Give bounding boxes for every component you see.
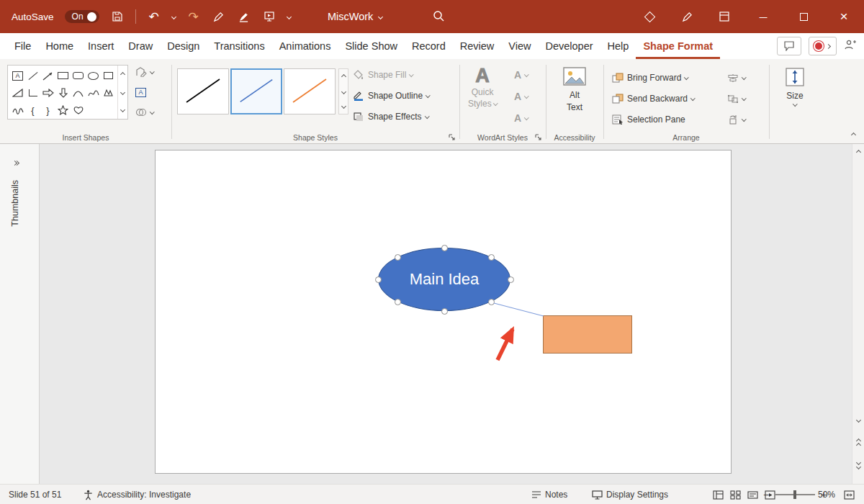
shape-style-preview-blue-selected[interactable] <box>230 68 282 114</box>
shape-left-brace-icon[interactable] <box>25 102 40 119</box>
send-backward-button[interactable]: Send Backward <box>612 90 695 107</box>
tab-help[interactable]: Help <box>600 33 636 59</box>
selection-pane-button[interactable]: Selection Pane <box>612 111 695 128</box>
rotate-button[interactable] <box>727 111 746 128</box>
selection-handle[interactable] <box>375 276 382 283</box>
zoom-out-button[interactable]: − <box>762 489 770 500</box>
shape-curve-icon[interactable] <box>86 84 101 102</box>
shape-text-box-icon[interactable] <box>10 67 25 84</box>
selection-handle[interactable] <box>441 245 448 251</box>
selection-handle[interactable] <box>441 308 448 315</box>
gallery-scroll-up-icon[interactable] <box>118 66 127 84</box>
styles-scroll-down-icon[interactable] <box>339 84 348 99</box>
previous-slide-icon[interactable] <box>852 436 864 449</box>
bring-forward-button[interactable]: Bring Forward <box>612 69 695 86</box>
record-button[interactable] <box>809 37 837 55</box>
quick-styles-button[interactable]: A Quick Styles <box>468 66 497 109</box>
reading-view-icon[interactable] <box>747 490 758 500</box>
selection-handle[interactable] <box>395 299 401 305</box>
scroll-down-icon[interactable] <box>852 413 864 426</box>
comments-button[interactable] <box>777 37 801 55</box>
shape-rounded-rectangle-icon[interactable] <box>71 67 86 84</box>
ink-pen-icon[interactable] <box>212 9 226 24</box>
tab-home[interactable]: Home <box>38 33 81 59</box>
shape-outline-button[interactable]: Shape Outline <box>353 87 430 104</box>
tab-transitions[interactable]: Transitions <box>207 33 271 59</box>
close-button[interactable]: × <box>824 0 864 33</box>
shape-line-icon[interactable] <box>25 67 40 84</box>
orange-rectangle[interactable] <box>543 315 632 354</box>
editing-pen-icon[interactable] <box>668 0 706 33</box>
shape-right-triangle-icon[interactable] <box>10 84 25 102</box>
shape-oval-icon[interactable] <box>86 67 101 84</box>
alt-text-button[interactable]: Alt Text <box>546 66 603 112</box>
shape-rectangle-icon[interactable] <box>55 67 71 84</box>
shape-arrow-down-icon[interactable] <box>55 84 71 102</box>
shape-scribble-icon[interactable] <box>10 102 25 119</box>
text-effects-button[interactable] <box>514 109 528 127</box>
redo-icon[interactable]: ↷ <box>186 9 201 24</box>
minimize-button[interactable]: ─ <box>743 0 783 33</box>
tab-animations[interactable]: Animations <box>272 33 338 59</box>
slide-indicator[interactable]: Slide 51 of 51 <box>9 485 61 504</box>
accessibility-status[interactable]: Accessibility: Investigate <box>83 485 191 504</box>
scroll-up-icon[interactable] <box>852 145 864 158</box>
shape-style-preview-orange[interactable] <box>284 68 336 114</box>
undo-icon[interactable]: ↶ <box>147 9 161 24</box>
vertical-scrollbar[interactable] <box>852 144 864 484</box>
highlighter-icon[interactable] <box>237 9 251 24</box>
document-title-group[interactable]: MiscWork <box>328 0 382 33</box>
styles-more-icon[interactable] <box>339 99 348 114</box>
tab-developer[interactable]: Developer <box>538 33 600 59</box>
designer-icon[interactable] <box>631 0 668 33</box>
tab-view[interactable]: View <box>501 33 538 59</box>
tab-shape-format[interactable]: Shape Format <box>636 33 720 59</box>
gallery-more-icon[interactable] <box>118 101 127 119</box>
collapse-ribbon-icon[interactable] <box>852 129 855 139</box>
tab-draw[interactable]: Draw <box>121 33 160 59</box>
shape-arc-icon[interactable] <box>71 84 86 102</box>
shape-right-brace-icon[interactable] <box>40 102 55 119</box>
customize-toolbar-icon[interactable] <box>287 14 292 19</box>
shape-style-preview-black[interactable] <box>177 68 229 114</box>
gallery-scroll-down-icon[interactable] <box>118 84 127 102</box>
share-icon[interactable] <box>844 39 857 53</box>
shape-heart-icon[interactable] <box>71 102 86 119</box>
merge-shapes-button[interactable] <box>135 104 154 121</box>
undo-dropdown-icon[interactable] <box>171 14 176 19</box>
text-fill-button[interactable] <box>514 66 528 84</box>
shape-frame-icon[interactable] <box>101 67 116 84</box>
selection-handle[interactable] <box>488 254 495 261</box>
text-outline-button[interactable] <box>514 88 528 105</box>
slide-sorter-view-icon[interactable] <box>730 490 741 500</box>
display-settings-button[interactable]: Display Settings <box>592 485 668 504</box>
tab-file[interactable]: File <box>7 33 38 59</box>
tab-slide-show[interactable]: Slide Show <box>338 33 405 59</box>
selection-handle[interactable] <box>508 276 514 283</box>
normal-view-icon[interactable] <box>713 490 724 500</box>
shape-freeform-icon[interactable] <box>101 84 116 102</box>
zoom-slider-thumb[interactable] <box>793 490 796 499</box>
shape-star-icon[interactable] <box>55 102 71 119</box>
shape-fill-button[interactable]: Shape Fill <box>353 66 430 84</box>
start-presentation-icon[interactable] <box>262 9 276 24</box>
search-icon[interactable] <box>432 9 445 25</box>
save-icon[interactable] <box>110 9 125 24</box>
group-objects-button[interactable] <box>727 90 746 107</box>
selection-handle[interactable] <box>488 299 495 305</box>
shape-elbow-connector-icon[interactable] <box>25 84 40 102</box>
shape-effects-button[interactable]: Shape Effects <box>353 108 430 125</box>
tab-insert[interactable]: Insert <box>81 33 121 59</box>
ribbon-display-icon[interactable] <box>706 0 743 33</box>
slide-canvas[interactable]: Main Idea <box>155 150 732 474</box>
styles-scroll-up-icon[interactable] <box>339 69 348 84</box>
zoom-level[interactable]: 50% <box>818 485 835 504</box>
maximize-button[interactable] <box>783 0 824 33</box>
shape-line-arrow-icon[interactable] <box>40 67 55 84</box>
expand-thumbnails-icon[interactable] <box>13 161 19 165</box>
notes-button[interactable]: Notes <box>531 485 567 504</box>
edit-shape-button[interactable] <box>135 63 154 81</box>
tab-design[interactable]: Design <box>160 33 207 59</box>
next-slide-icon[interactable] <box>852 458 864 471</box>
autosave-toggle[interactable]: On <box>65 10 99 23</box>
